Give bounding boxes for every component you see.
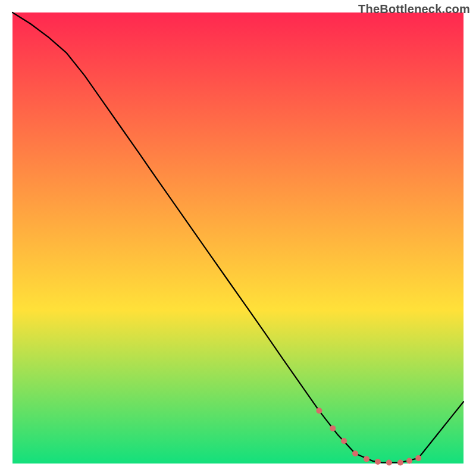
marker-point xyxy=(406,458,412,464)
chart-stage: TheBottleneck.com xyxy=(0,0,476,476)
marker-point xyxy=(316,408,322,414)
marker-point xyxy=(330,425,336,431)
brand-watermark: TheBottleneck.com xyxy=(358,2,470,16)
marker-point xyxy=(364,456,369,462)
marker-point xyxy=(375,459,381,465)
marker-point xyxy=(397,460,403,466)
plot-background xyxy=(12,12,464,464)
marker-point xyxy=(386,460,392,466)
chart-svg xyxy=(0,0,476,476)
marker-point xyxy=(352,450,358,456)
marker-point xyxy=(341,438,347,444)
marker-point xyxy=(415,455,421,461)
